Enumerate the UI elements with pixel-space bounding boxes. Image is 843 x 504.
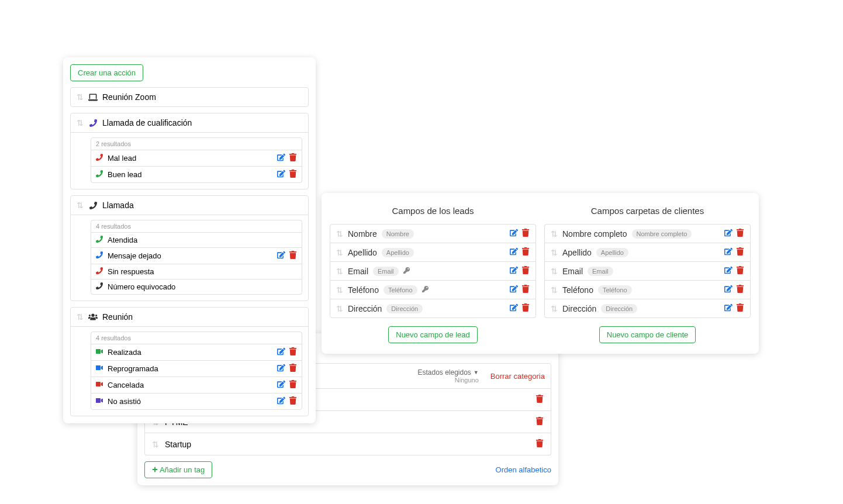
trash-icon[interactable] [736,266,744,276]
edit-icon[interactable] [510,247,518,257]
action-group-header[interactable]: ⇅ Reunión [71,308,308,327]
trash-icon[interactable] [289,170,297,179]
edit-icon[interactable] [277,170,285,179]
trash-icon[interactable] [535,439,544,449]
delete-category-link[interactable]: Borrar categoria [490,372,545,381]
action-group-header[interactable]: ⇅ Llamada de cualificación [71,113,308,133]
field-name: Email [562,267,583,276]
trash-icon[interactable] [289,347,297,357]
result-label: Número equivocado [108,282,292,291]
trash-icon[interactable] [521,303,530,313]
drag-handle-icon[interactable]: ⇅ [336,285,343,295]
edit-icon[interactable] [510,229,518,239]
results-count: 4 resultados [91,220,302,233]
result-label: Reprogramada [108,364,272,373]
action-group: ⇅ Reunión Zoom [70,87,309,107]
drag-handle-icon[interactable]: ⇅ [77,92,84,102]
new-lead-field-button[interactable]: Nuevo campo de lead [388,326,477,343]
trash-icon[interactable] [736,303,744,313]
states-dropdown[interactable]: Estados elegidos▼ Ninguno [417,368,478,384]
drag-handle-icon[interactable]: ⇅ [336,248,343,257]
drag-handle-icon[interactable]: ⇅ [551,229,558,239]
drag-handle-icon[interactable]: ⇅ [336,267,343,276]
field-row: ⇅ Email Email [545,262,750,281]
drag-handle-icon[interactable]: ⇅ [551,285,558,295]
result-row: No asistió [91,393,302,409]
leads-fields-column: Campos de los leads ⇅ Nombre Nombre ⇅ Ap… [330,201,536,346]
action-group-title: Llamada de cualificación [102,118,192,127]
new-client-field-button[interactable]: Nuevo campo de cliente [599,326,696,343]
phone-icon [96,251,103,260]
edit-icon[interactable] [510,285,518,295]
drag-handle-icon[interactable]: ⇅ [152,440,159,449]
drag-handle-icon[interactable]: ⇅ [336,229,343,239]
phone-icon [96,282,103,291]
field-row: ⇅ Apellido Apellido [330,243,535,262]
alpha-order-link[interactable]: Orden alfabetico [496,465,551,474]
edit-icon[interactable] [277,153,285,163]
action-group-header[interactable]: ⇅ Llamada [71,196,308,215]
phone-icon [96,170,103,179]
result-label: Buen lead [108,170,272,179]
create-action-button[interactable]: Crear una acción [70,64,143,81]
drag-handle-icon[interactable]: ⇅ [551,248,558,257]
field-badge: Nombre completo [632,229,692,239]
phone-icon [88,119,98,127]
clients-column-header: Campos carpetas de clientes [544,201,751,224]
drag-handle-icon[interactable]: ⇅ [336,304,343,313]
drag-handle-icon[interactable]: ⇅ [551,267,558,276]
category-item-label: Startup [165,440,530,449]
drag-handle-icon[interactable]: ⇅ [551,304,558,313]
edit-icon[interactable] [277,364,285,374]
result-label: Mal lead [108,154,272,163]
drag-handle-icon[interactable]: ⇅ [77,201,84,210]
result-row: Número equivocado [91,279,302,294]
field-name: Nombre [348,229,377,239]
field-badge: Email [373,267,399,276]
edit-icon[interactable] [724,247,733,257]
action-group-title: Reunión Zoom [102,92,156,102]
phone-icon [96,236,103,244]
add-tag-button[interactable]: Añadir un tag [144,461,212,478]
edit-icon[interactable] [724,285,733,295]
edit-icon[interactable] [510,303,518,313]
result-row: Cancelada [91,377,302,393]
field-name: Teléfono [562,285,593,295]
trash-icon[interactable] [535,417,544,427]
trash-icon[interactable] [736,285,744,295]
video-icon [96,364,103,373]
trash-icon[interactable] [289,364,297,374]
trash-icon[interactable] [289,396,297,406]
drag-handle-icon[interactable]: ⇅ [77,312,84,322]
results-box: 4 resultados Realizada Reprogramada Canc… [91,332,302,410]
drag-handle-icon[interactable]: ⇅ [77,118,84,127]
trash-icon[interactable] [521,229,530,239]
edit-icon[interactable] [277,380,285,390]
result-label: Mensaje dejado [108,251,272,260]
trash-icon[interactable] [289,153,297,163]
edit-icon[interactable] [724,229,733,239]
trash-icon[interactable] [535,395,544,405]
trash-icon[interactable] [521,247,530,257]
field-name: Apellido [562,248,592,257]
edit-icon[interactable] [724,303,733,313]
field-badge: Apellido [596,248,628,257]
field-badge: Teléfono [384,285,417,295]
laptop-icon [88,93,98,101]
edit-icon[interactable] [277,347,285,357]
edit-icon[interactable] [724,266,733,276]
trash-icon[interactable] [521,266,530,276]
edit-icon[interactable] [510,266,518,276]
edit-icon[interactable] [277,396,285,406]
action-group-header[interactable]: ⇅ Reunión Zoom [71,88,308,106]
trash-icon[interactable] [289,251,297,261]
trash-icon[interactable] [289,380,297,390]
trash-icon[interactable] [736,247,744,257]
video-icon [96,381,103,389]
result-label: Sin respuesta [108,267,292,276]
field-name: Teléfono [348,285,379,295]
edit-icon[interactable] [277,251,285,261]
trash-icon[interactable] [736,229,744,239]
trash-icon[interactable] [521,285,530,295]
result-row: Atendida [91,233,302,248]
